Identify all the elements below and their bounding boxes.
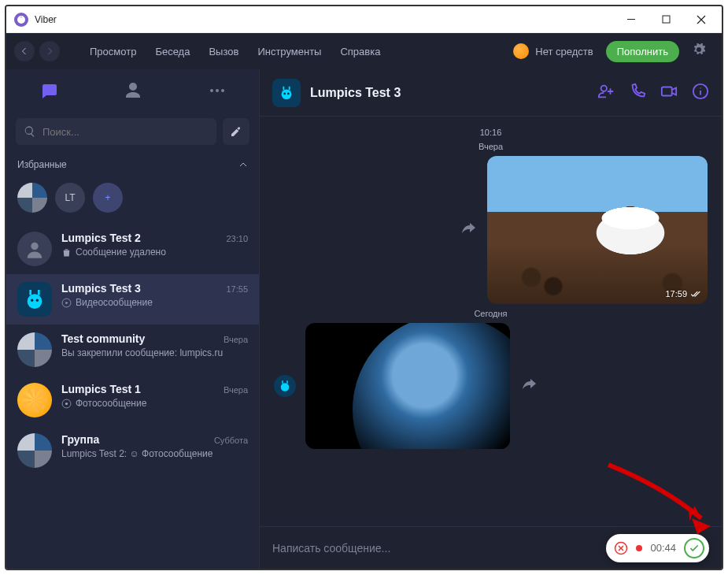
chat-item-avatar — [17, 433, 52, 468]
svg-rect-8 — [38, 290, 40, 295]
svg-point-21 — [281, 383, 290, 391]
add-favorite-button[interactable]: + — [93, 183, 123, 213]
chat-item-time: Вчера — [224, 385, 248, 395]
chat-item-time: 17:55 — [226, 284, 248, 294]
nav-back-button[interactable] — [14, 41, 35, 61]
menubar: ПросмотрБеседаВызовИнструментыСправка Не… — [6, 33, 722, 69]
favorites-row: LT+ — [6, 178, 259, 224]
svg-point-14 — [282, 89, 292, 99]
cancel-recording-button[interactable] — [614, 541, 628, 555]
favorite-item[interactable] — [17, 183, 47, 213]
tab-more[interactable] — [201, 75, 233, 106]
minimize-button[interactable] — [615, 8, 649, 32]
settings-button[interactable] — [692, 43, 706, 60]
message-out: 17:59 — [274, 156, 708, 304]
chat-item-time: 23:10 — [226, 234, 248, 243]
menu-вызов[interactable]: Вызов — [199, 41, 248, 62]
time-marker: 10:16 — [274, 128, 708, 137]
chat-item-preview: Фотосообщение — [61, 398, 248, 409]
chat-item-name: Test community — [61, 332, 217, 345]
sidebar: Избранные LT+ Lumpics Test 223:10Сообщен… — [6, 69, 260, 569]
message-in: 17:55 — [274, 323, 708, 449]
image-message[interactable]: 17:59 — [487, 156, 708, 304]
chat-item-avatar — [17, 383, 52, 417]
svg-rect-19 — [662, 87, 672, 95]
window-titlebar: Viber — [6, 6, 722, 33]
favorite-item[interactable]: LT — [55, 183, 85, 213]
favorites-label: Избранные — [17, 159, 67, 170]
tab-contacts[interactable] — [117, 75, 149, 106]
chat-list-item[interactable]: Lumpics Test 317:55Видеосообщение — [6, 274, 259, 325]
forward-button[interactable] — [459, 219, 478, 241]
day-marker-yesterday: Вчера — [274, 142, 708, 151]
svg-point-4 — [221, 89, 224, 92]
menu-справка[interactable]: Справка — [331, 41, 390, 62]
svg-point-18 — [287, 92, 290, 95]
search-icon — [24, 125, 36, 138]
chat-item-preview: Lumpics Test 2: ☺ Фотосообщение — [61, 448, 248, 459]
chat-item-preview: Вы закрепили сообщение: lumpics.ru — [61, 347, 248, 358]
chat-item-name: Lumpics Test 3 — [61, 282, 220, 295]
message-input-placeholder[interactable]: Написать сообщение... — [272, 542, 606, 555]
chat-item-avatar — [17, 332, 52, 367]
add-participant-button[interactable] — [597, 83, 615, 103]
tab-chats[interactable] — [33, 75, 65, 106]
svg-rect-15 — [283, 86, 284, 90]
chat-item-preview: Сообщение удалено — [61, 247, 248, 258]
chat-item-time: Суббота — [214, 436, 248, 445]
recording-timer: 00:44 — [650, 542, 676, 554]
menu-беседа[interactable]: Беседа — [146, 41, 199, 62]
search-input-wrap[interactable] — [16, 118, 216, 145]
chat-item-time: Вчера — [224, 335, 248, 344]
chat-list-item[interactable]: Lumpics Test 223:10Сообщение удалено — [6, 224, 259, 274]
recording-dot-icon — [636, 545, 642, 551]
send-recording-button[interactable] — [684, 538, 704, 558]
day-marker-today: Сегодня — [274, 309, 708, 318]
image-message[interactable]: 17:55 — [305, 323, 510, 449]
forward-button[interactable] — [519, 375, 538, 397]
message-time: 17:59 — [665, 289, 687, 299]
chat-list: Lumpics Test 223:10Сообщение удаленоLump… — [6, 224, 259, 569]
close-button[interactable] — [684, 8, 719, 32]
menu-просмотр[interactable]: Просмотр — [80, 41, 146, 62]
chat-item-name: Lumpics Test 1 — [61, 383, 217, 395]
delivered-icon — [690, 288, 701, 299]
message-list: 10:16 Вчера 17:59 Сегодня — [260, 117, 722, 526]
favorites-header[interactable]: Избранные — [6, 151, 259, 178]
svg-rect-23 — [286, 380, 288, 384]
svg-point-10 — [36, 299, 39, 302]
svg-point-6 — [28, 294, 42, 309]
voice-recording-pill: 00:44 — [606, 534, 709, 562]
compose-button[interactable] — [223, 118, 249, 145]
svg-rect-16 — [289, 86, 290, 90]
svg-point-13 — [65, 402, 68, 404]
balance-indicator[interactable]: Нет средств — [513, 43, 593, 59]
menu-инструменты[interactable]: Инструменты — [248, 41, 331, 62]
balance-label: Нет средств — [535, 46, 593, 58]
svg-rect-7 — [29, 290, 31, 295]
nav-forward-button[interactable] — [39, 41, 60, 61]
search-input[interactable] — [42, 126, 209, 138]
svg-point-2 — [210, 89, 213, 92]
chevron-up-icon — [238, 160, 248, 169]
app-icon — [14, 13, 28, 27]
chat-info-button[interactable] — [692, 83, 709, 103]
chat-header: Lumpics Test 3 — [260, 69, 722, 117]
message-time: 17:55 — [482, 435, 504, 444]
svg-point-3 — [216, 89, 219, 92]
maximize-button[interactable] — [649, 8, 684, 32]
topup-button[interactable]: Пополнить — [606, 41, 679, 62]
chat-list-item[interactable]: Test communityВчераВы закрепили сообщени… — [6, 325, 259, 375]
chat-list-item[interactable]: Lumpics Test 1ВчераФотосообщение — [6, 375, 259, 425]
message-input-bar: Написать сообщение... 00:44 — [260, 526, 722, 569]
voice-call-button[interactable] — [629, 83, 646, 103]
svg-rect-0 — [627, 19, 635, 20]
chat-item-avatar — [17, 282, 52, 317]
window-title: Viber — [35, 14, 57, 25]
chat-list-item[interactable]: ГруппаСубботаLumpics Test 2: ☺ Фотосообщ… — [6, 425, 259, 476]
svg-point-9 — [31, 299, 33, 302]
video-call-button[interactable] — [660, 83, 678, 103]
sender-avatar[interactable] — [274, 375, 296, 397]
chat-item-avatar — [17, 232, 52, 266]
chat-avatar[interactable] — [272, 79, 301, 107]
